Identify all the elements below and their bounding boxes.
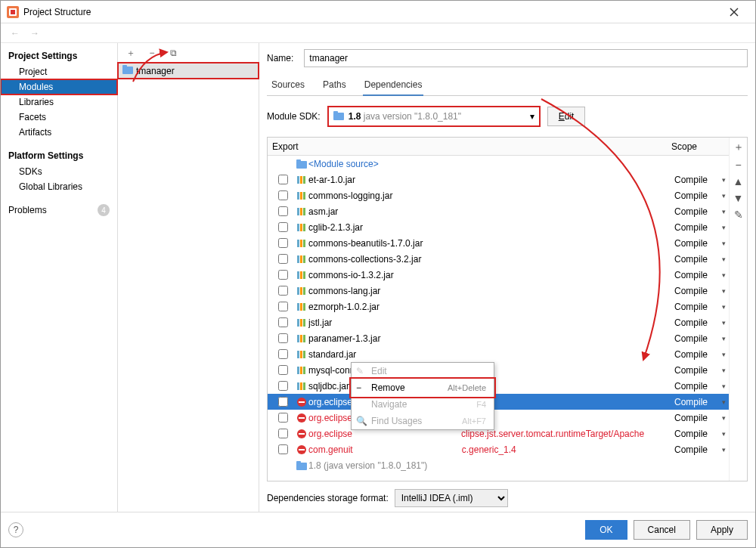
export-checkbox[interactable] — [278, 365, 288, 375]
module-sdk-dropdown[interactable]: 1.8 java version "1.8.0_181" ▾ — [328, 107, 540, 126]
dependency-row[interactable]: mysql-connector-java-5.0.3-bin.jarCompil… — [268, 362, 729, 378]
column-scope[interactable]: Scope — [671, 141, 729, 152]
dependencies-table[interactable]: Export Scope <Module source> et-ar-1.0.j… — [268, 138, 729, 481]
export-checkbox[interactable] — [278, 429, 288, 438]
tab-sources[interactable]: Sources — [270, 76, 306, 95]
column-export[interactable]: Export — [268, 141, 298, 152]
export-checkbox[interactable] — [278, 206, 288, 216]
export-checkbox[interactable] — [278, 333, 288, 343]
dependency-row[interactable]: org.eclipsexxxxxxxxxxxxxxxxxxxxxxxxerCom… — [268, 410, 729, 426]
ok-button[interactable]: OK — [585, 520, 627, 540]
sidebar-item-sdks[interactable]: SDKs — [1, 164, 117, 179]
menu-navigate[interactable]: NavigateF4 — [352, 396, 494, 413]
dependency-row[interactable]: asm.jarCompile▾ — [268, 203, 729, 219]
back-button[interactable]: ← — [7, 25, 23, 42]
dependency-row[interactable]: org.eclipsexxxxxxxxxxxxxxxxxxxxxxxxclips… — [268, 426, 729, 441]
tab-paths[interactable]: Paths — [321, 76, 348, 95]
remove-dep-button[interactable]: − — [735, 159, 741, 171]
scope-dropdown[interactable]: Compile▾ — [674, 286, 726, 296]
scope-dropdown[interactable]: Compile▾ — [674, 413, 726, 423]
scope-dropdown[interactable]: Compile▾ — [674, 302, 726, 312]
close-button[interactable] — [719, 2, 749, 23]
move-down-button[interactable]: ▼ — [733, 192, 744, 204]
dependency-row[interactable]: com.genuitxxxxxxxxxxxxxxxxxxxxxxxxc.gene… — [268, 441, 729, 457]
dependency-row[interactable]: commons-collections-3.2.jarCompile▾ — [268, 251, 729, 267]
module-name-input[interactable] — [304, 49, 748, 67]
dependency-name: paranamer-1.3.jar — [308, 333, 674, 344]
sidebar-item-problems[interactable]: Problems 4 — [1, 202, 117, 218]
edit-sdk-button[interactable]: Edit — [547, 107, 586, 126]
remove-module-button[interactable]: − — [144, 45, 160, 61]
export-checkbox[interactable] — [278, 222, 288, 232]
menu-find-usages[interactable]: 🔍Find UsagesAlt+F7 — [352, 413, 494, 429]
dependency-row[interactable]: commons-io-1.3.2.jarCompile▾ — [268, 267, 729, 283]
scope-dropdown[interactable]: Compile▾ — [674, 365, 726, 376]
move-up-button[interactable]: ▲ — [733, 175, 744, 187]
export-checkbox[interactable] — [278, 270, 288, 280]
scope-dropdown[interactable]: Compile▾ — [674, 206, 726, 217]
scope-dropdown[interactable]: Compile▾ — [674, 254, 726, 265]
dependency-row[interactable]: commons-beanutils-1.7.0.jarCompile▾ — [268, 235, 729, 251]
dependency-row[interactable]: et-ar-1.0.jarCompile▾ — [268, 172, 729, 187]
add-module-button[interactable]: ＋ — [122, 45, 139, 61]
export-checkbox[interactable] — [278, 254, 288, 264]
export-checkbox[interactable] — [278, 317, 288, 327]
export-checkbox[interactable] — [278, 190, 288, 200]
sidebar-item-artifacts[interactable]: Artifacts — [1, 125, 117, 140]
add-dep-button[interactable]: ＋ — [733, 141, 744, 154]
dependency-row[interactable]: jstl.jarCompile▾ — [268, 314, 729, 330]
sidebar-item-modules[interactable]: Modules — [1, 79, 117, 94]
scope-dropdown[interactable]: Compile▾ — [674, 317, 726, 328]
dependency-row[interactable]: commons-lang.jarCompile▾ — [268, 283, 729, 299]
storage-format-select[interactable]: IntelliJ IDEA (.iml) — [395, 489, 508, 507]
export-checkbox[interactable] — [278, 397, 288, 407]
sidebar-item-facets[interactable]: Facets — [1, 110, 117, 125]
dependency-name: et-ar-1.0.jar — [308, 175, 674, 185]
scope-dropdown[interactable]: Compile▾ — [674, 381, 726, 392]
jar-icon — [295, 175, 308, 184]
apply-button[interactable]: Apply — [696, 520, 748, 540]
edit-dep-button[interactable]: ✎ — [734, 209, 743, 221]
menu-remove[interactable]: −RemoveAlt+Delete — [352, 379, 494, 396]
cancel-button[interactable]: Cancel — [634, 520, 690, 540]
dependency-row[interactable]: 1.8 (java version "1.8.0_181") — [268, 457, 729, 473]
export-checkbox[interactable] — [278, 444, 288, 454]
scope-dropdown[interactable]: Compile▾ — [674, 222, 726, 233]
dependency-row[interactable]: commons-logging.jarCompile▾ — [268, 187, 729, 203]
menu-edit[interactable]: ✎Edit — [352, 363, 494, 379]
copy-module-button[interactable]: ⧉ — [165, 45, 181, 61]
export-checkbox[interactable] — [278, 238, 288, 248]
module-source-row[interactable]: <Module source> — [268, 156, 729, 172]
tab-dependencies[interactable]: Dependencies — [363, 76, 424, 96]
scope-dropdown[interactable]: Compile▾ — [674, 429, 726, 439]
forward-button[interactable]: → — [26, 25, 43, 42]
scope-dropdown[interactable]: Compile▾ — [674, 333, 726, 344]
export-checkbox[interactable] — [278, 286, 288, 296]
scope-dropdown[interactable]: Compile▾ — [674, 175, 726, 185]
help-button[interactable]: ? — [8, 522, 23, 537]
dependency-row[interactable]: paranamer-1.3.jarCompile▾ — [268, 330, 729, 346]
sidebar-item-libraries[interactable]: Libraries — [1, 94, 117, 110]
scope-dropdown[interactable]: Compile▾ — [674, 190, 726, 201]
scope-dropdown[interactable]: Compile▾ — [674, 349, 726, 360]
dependency-row[interactable]: standard.jarCompile▾ — [268, 346, 729, 362]
dependency-row[interactable]: sqljdbc.jarCompile▾ — [268, 378, 729, 394]
scope-dropdown[interactable]: Compile▾ — [674, 397, 726, 407]
dependency-row[interactable]: org.eclipseCompile▾ — [268, 394, 729, 410]
export-checkbox[interactable] — [278, 349, 288, 359]
dependency-row[interactable]: cglib-2.1.3.jarCompile▾ — [268, 219, 729, 235]
module-tmanager[interactable]: tmanager — [118, 63, 259, 79]
export-checkbox[interactable] — [278, 413, 288, 423]
export-checkbox[interactable] — [278, 302, 288, 311]
dependency-row[interactable]: ezmorph-1.0.2.jarCompile▾ — [268, 299, 729, 314]
scope-dropdown[interactable]: Compile▾ — [674, 270, 726, 280]
project-settings-heading: Project Settings — [1, 48, 117, 64]
export-checkbox[interactable] — [278, 381, 288, 391]
error-icon — [295, 444, 308, 455]
sidebar-item-global-libraries[interactable]: Global Libraries — [1, 179, 117, 194]
jar-icon — [295, 382, 308, 391]
scope-dropdown[interactable]: Compile▾ — [674, 444, 726, 455]
sidebar-item-project[interactable]: Project — [1, 64, 117, 79]
scope-dropdown[interactable]: Compile▾ — [674, 238, 726, 249]
export-checkbox[interactable] — [278, 175, 288, 184]
